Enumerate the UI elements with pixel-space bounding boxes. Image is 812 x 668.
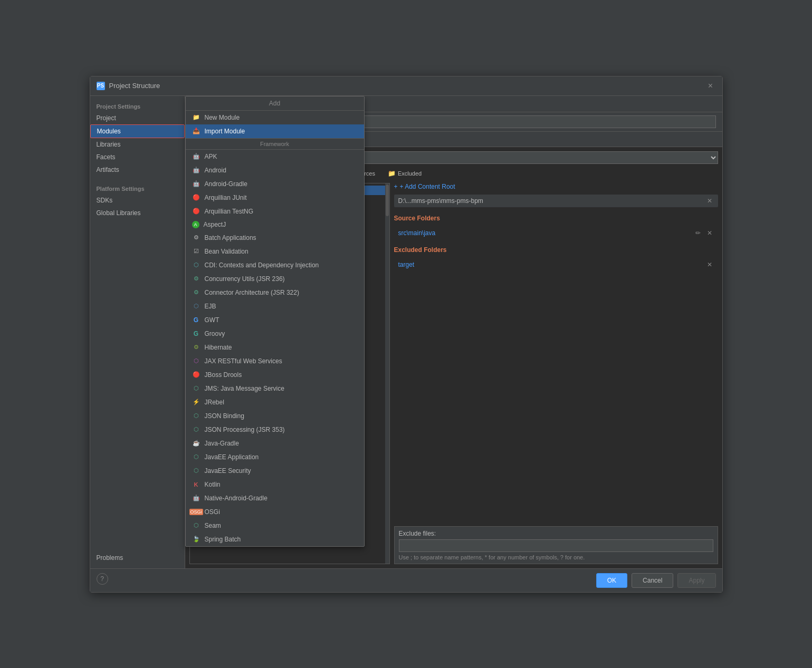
dropdown-osgi[interactable]: OSGi OSGi [186,505,364,519]
jboss-icon: 🔴 [192,371,200,379]
dropdown-android[interactable]: 🤖 Android [186,163,364,177]
platform-settings-section: Platform Settings [90,182,185,194]
edit-source-folder-button[interactable]: ✏ [694,229,702,237]
dropdown-javaee-security[interactable]: ⬡ JavaEE Security [186,464,364,478]
sidebar-item-project[interactable]: Project [90,112,185,124]
add-content-root-button[interactable]: + + Add Content Root [394,183,455,190]
dropdown-batch[interactable]: ⚙ Batch Applications [186,231,364,245]
app-icon: PS [97,82,105,90]
excluded-folder-entry: target ✕ [394,259,718,270]
seam-label: Seam [205,522,221,529]
sidebar-item-problems[interactable]: Problems [90,551,185,564]
groovy-label: Groovy [205,330,225,337]
dropdown-import-module[interactable]: 📥 Import Module [186,124,364,138]
dropdown-jboss[interactable]: 🔴 JBoss Drools [186,368,364,382]
dropdown-apk[interactable]: 🤖 APK [186,150,364,163]
remove-excluded-folder-button[interactable]: ✕ [705,260,714,269]
dropdown-concurrency[interactable]: ⚙ Concurrency Utils (JSR 236) [186,272,364,286]
close-root-button[interactable]: ✕ [705,197,714,205]
exclude-label: Exclude files: [399,530,713,537]
sidebar-item-libraries[interactable]: Libraries [90,138,185,151]
dropdown-bean-validation[interactable]: ☑ Bean Validation [186,245,364,258]
dropdown-hibernate[interactable]: ⚙ Hibernate [186,341,364,354]
bean-icon: ☑ [192,247,200,256]
right-panel: + + Add Content Root D:\...mms-pms\mms-p… [394,183,718,564]
cancel-button[interactable]: Cancel [632,573,673,588]
android-gradle-icon: 🤖 [192,180,200,188]
help-button[interactable]: ? [97,573,108,585]
dropdown-jax[interactable]: ⬡ JAX RESTful Web Services [186,354,364,368]
jax-label: JAX RESTful Web Services [205,357,282,365]
add-content-root-icon: + [394,183,398,190]
dropdown-native-android[interactable]: 🤖 Native-Android-Gradle [186,491,364,505]
java-gradle-label: Java-Gradle [205,440,239,447]
aspectj-label: AspectJ [204,221,226,228]
dropdown-cdi[interactable]: ⬡ CDI: Contexts and Dependency Injection [186,258,364,272]
dropdown-json-binding[interactable]: ⬡ JSON Binding [186,409,364,423]
hibernate-icon: ⚙ [192,343,200,352]
osgi-icon: OSGi [192,508,200,516]
exclude-input[interactable] [399,539,713,552]
jrebel-icon: ⚡ [192,398,200,406]
dropdown-connector[interactable]: ⚙ Connector Architecture (JSR 322) [186,286,364,299]
exclude-hint: Use ; to separate name patterns, * for a… [399,554,713,560]
scrollbar-thumb [386,185,389,216]
osgi-label: OSGi [205,508,220,516]
dropdown-android-gradle[interactable]: 🤖 Android-Gradle [186,177,364,191]
android-icon: 🤖 [192,166,200,175]
arquillian-testng-icon: 🔴 [192,207,200,216]
dropdown-javaee-app[interactable]: ⬡ JavaEE Application [186,450,364,464]
dialog-footer: ? OK Cancel Apply [90,568,722,592]
framework-section-label: Framework [186,139,364,149]
dropdown-jms[interactable]: ⬡ JMS: Java Message Service [186,382,364,395]
apply-button[interactable]: Apply [677,573,715,588]
root-path-label: D:\...mms-pms\mms-pms-bpm [398,197,483,205]
remove-source-folder-button[interactable]: ✕ [705,229,714,237]
import-module-label: Import Module [205,128,245,135]
javaee-security-label: JavaEE Security [205,467,251,475]
sidebar-item-global-libraries[interactable]: Global Libraries [90,207,185,219]
excluded-folder-actions: ✕ [705,260,714,269]
dropdown-jrebel[interactable]: ⚡ JRebel [186,395,364,409]
dropdown-json-processing[interactable]: ⬡ JSON Processing (JSR 353) [186,423,364,437]
scrollbar[interactable] [385,183,389,564]
dropdown-java-gradle[interactable]: ☕ Java-Gradle [186,437,364,450]
close-button[interactable]: × [705,81,716,91]
dropdown-spring-batch[interactable]: 🍃 Spring Batch [186,533,364,546]
jax-icon: ⬡ [192,357,200,365]
sidebar: Project Settings Project Modules Librari… [90,96,185,568]
ok-button[interactable]: OK [596,573,627,588]
connector-icon: ⚙ [192,288,200,297]
spring-batch-label: Spring Batch [205,536,241,543]
dropdown-seam[interactable]: ⬡ Seam [186,519,364,533]
sidebar-item-modules[interactable]: Modules [90,124,185,138]
source-folders-label: Source Folders [394,215,718,222]
dropdown-new-module[interactable]: 📁 New Module [186,111,364,124]
dialog-body: Project Settings Project Modules Librari… [90,96,722,568]
excluded-folder-icon: 📁 [388,170,396,177]
batch-icon: ⚙ [192,234,200,242]
dropdown-gwt[interactable]: G GWT [186,313,364,327]
dropdown-arquillian-junit[interactable]: 🔴 Arquillian JUnit [186,191,364,205]
native-android-label: Native-Android-Gradle [205,495,268,502]
sidebar-item-facets[interactable]: Facets [90,151,185,163]
aspectj-icon: A [192,221,199,228]
kotlin-icon: K [192,480,200,489]
jboss-label: JBoss Drools [205,371,242,379]
dropdown-aspectj[interactable]: A AspectJ [186,218,364,231]
root-path-item: D:\...mms-pms\mms-pms-bpm ✕ [394,195,718,207]
concurrency-icon: ⚙ [192,275,200,283]
folder-tab-excluded[interactable]: 📁 Excluded [383,168,427,179]
title-bar: PS Project Structure × [90,76,722,96]
sidebar-item-sdks[interactable]: SDKs [90,194,185,207]
kotlin-label: Kotlin [205,481,221,488]
ejb-icon: ⬡ [192,302,200,311]
jms-icon: ⬡ [192,384,200,393]
sidebar-item-artifacts[interactable]: Artifacts [90,163,185,176]
dropdown-groovy[interactable]: G Groovy [186,327,364,341]
dropdown-ejb[interactable]: ⬡ EJB [186,299,364,313]
bean-validation-label: Bean Validation [205,248,249,255]
dropdown-kotlin[interactable]: K Kotlin [186,478,364,491]
dropdown-arquillian-testng[interactable]: 🔴 Arquillian TestNG [186,205,364,218]
add-dropdown: Add 📁 New Module 📥 Import Module Framewo… [185,96,365,547]
